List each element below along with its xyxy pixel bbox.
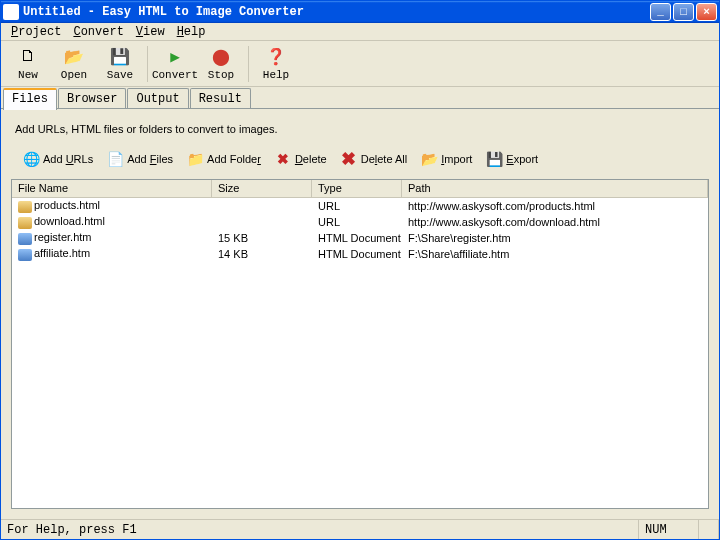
menu-view[interactable]: View	[130, 24, 171, 40]
folder-plus-icon: 📁	[187, 151, 203, 167]
maximize-button[interactable]: □	[673, 3, 694, 21]
hint-text: Add URLs, HTML files or folders to conve…	[15, 123, 709, 135]
table-row[interactable]: affiliate.htm14 KBHTML DocumentF:\Share\…	[12, 246, 708, 262]
save-button[interactable]: 💾Save	[97, 43, 143, 85]
file-icon	[18, 217, 32, 229]
title-text: Untitled - Easy HTML to Image Converter	[23, 5, 650, 19]
stop-button[interactable]: ⬤Stop	[198, 43, 244, 85]
file-icon	[18, 233, 32, 245]
table-row[interactable]: products.htmlURLhttp://www.askysoft.com/…	[12, 198, 708, 214]
export-icon: 💾	[486, 151, 502, 167]
menubar: Project Convert View Help	[1, 23, 719, 41]
file-icon	[18, 249, 32, 261]
toolbar-separator	[147, 46, 148, 82]
convert-button[interactable]: ▶Convert	[152, 43, 198, 85]
list-header: File Name Size Type Path	[12, 180, 708, 198]
import-button[interactable]: 📂Import	[417, 149, 476, 169]
col-header-name[interactable]: File Name	[12, 180, 212, 197]
globe-icon: 🌐	[23, 151, 39, 167]
tab-files[interactable]: Files	[3, 88, 57, 110]
stop-icon: ⬤	[211, 47, 231, 67]
col-header-type[interactable]: Type	[312, 180, 402, 197]
open-icon: 📂	[64, 47, 84, 67]
col-header-size[interactable]: Size	[212, 180, 312, 197]
table-row[interactable]: register.htm15 KBHTML DocumentF:\Share\r…	[12, 230, 708, 246]
window-controls: _ □ ×	[650, 3, 717, 21]
table-row[interactable]: download.htmlURLhttp://www.askysoft.com/…	[12, 214, 708, 230]
list-body: products.htmlURLhttp://www.askysoft.com/…	[12, 198, 708, 262]
tabs: Files Browser Output Result	[1, 87, 719, 109]
file-list[interactable]: File Name Size Type Path products.htmlUR…	[11, 179, 709, 509]
status-numlock: NUM	[639, 520, 699, 539]
toolbar-separator	[248, 46, 249, 82]
tab-result[interactable]: Result	[190, 88, 251, 109]
import-icon: 📂	[421, 151, 437, 167]
menu-help[interactable]: Help	[171, 24, 212, 40]
col-header-path[interactable]: Path	[402, 180, 708, 197]
app-icon	[3, 4, 19, 20]
file-plus-icon: 📄	[107, 151, 123, 167]
add-files-button[interactable]: 📄Add Files	[103, 149, 177, 169]
add-urls-button[interactable]: 🌐Add URLs	[19, 149, 97, 169]
tab-output[interactable]: Output	[127, 88, 188, 109]
titlebar[interactable]: Untitled - Easy HTML to Image Converter …	[1, 1, 719, 23]
app-window: Untitled - Easy HTML to Image Converter …	[0, 0, 720, 540]
new-button[interactable]: 🗋New	[5, 43, 51, 85]
statusbar: For Help, press F1 NUM	[1, 519, 719, 539]
save-icon: 💾	[110, 47, 130, 67]
actions-bar: 🌐Add URLs 📄Add Files 📁Add Folder ✖Delete…	[11, 145, 709, 179]
export-button[interactable]: 💾Export	[482, 149, 542, 169]
toolbar: 🗋New 📂Open 💾Save ▶Convert ⬤Stop ❓Help	[1, 41, 719, 87]
delete-icon: ✖	[275, 151, 291, 167]
open-button[interactable]: 📂Open	[51, 43, 97, 85]
menu-project[interactable]: Project	[5, 24, 67, 40]
delete-all-icon: ✖	[341, 151, 357, 167]
resize-grip[interactable]	[699, 520, 719, 539]
minimize-button[interactable]: _	[650, 3, 671, 21]
delete-all-button[interactable]: ✖Delete All	[337, 149, 411, 169]
close-button[interactable]: ×	[696, 3, 717, 21]
add-folder-button[interactable]: 📁Add Folder	[183, 149, 265, 169]
status-text: For Help, press F1	[1, 520, 639, 539]
new-icon: 🗋	[18, 47, 38, 67]
help-icon: ❓	[266, 47, 286, 67]
tab-content: Add URLs, HTML files or folders to conve…	[1, 109, 719, 519]
menu-convert[interactable]: Convert	[67, 24, 129, 40]
delete-button[interactable]: ✖Delete	[271, 149, 331, 169]
help-button[interactable]: ❓Help	[253, 43, 299, 85]
file-icon	[18, 201, 32, 213]
tab-browser[interactable]: Browser	[58, 88, 126, 109]
convert-icon: ▶	[165, 47, 185, 67]
